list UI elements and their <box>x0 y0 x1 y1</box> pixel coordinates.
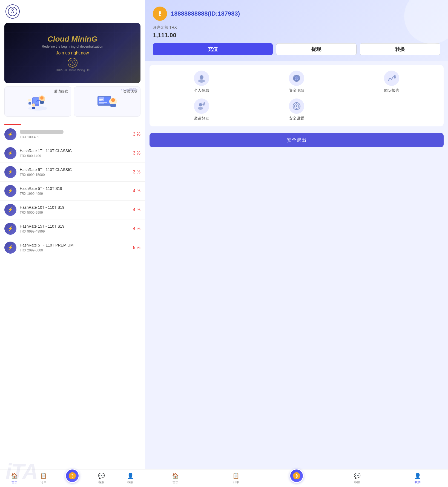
product-icon-2: ⚡ <box>4 166 16 178</box>
menu-item-invite[interactable]: + + 邀请好友 <box>188 98 215 121</box>
withdraw-button[interactable]: 提现 <box>276 43 357 55</box>
invite-friends-icon: + + <box>194 98 209 114</box>
menu-row-2: + + 邀请好友 <box>154 98 439 121</box>
user-info-row: ₿ 18888888888(ID:187983) <box>153 7 440 21</box>
right-nav-orders-label: 订单 <box>233 480 239 484</box>
home-icon: 🏠 <box>11 472 18 479</box>
product-info-2: HashRate 5T - 110T CLASSIC TRX 9999-1500… <box>20 167 133 177</box>
svg-rect-14 <box>28 102 31 105</box>
right-nav-mine-label: 我的 <box>415 480 421 484</box>
product-list: ⚡ TRX 100-499 3 % ⚡ HashRate 1T - 110T C… <box>0 125 145 257</box>
product-info-5: HashRate 15T - 110T S19 TRX 9999-49999 <box>20 224 133 233</box>
product-rate-5: 4 % <box>133 226 140 231</box>
promo-invite-label: 邀请好友 <box>54 89 68 94</box>
right-nav-center-btn[interactable]: ₿ <box>289 469 304 483</box>
right-service-icon: 💬 <box>354 472 361 479</box>
product-item-6[interactable]: ⚡ HashRate 5T - 110T PREMIUM TRX 2999-50… <box>0 238 145 257</box>
product-range-1: TRX 500-1499 <box>20 154 133 158</box>
menu-item-personal[interactable]: 个人信息 <box>188 71 215 93</box>
recharge-button[interactable]: 充值 <box>153 43 273 55</box>
security-icon <box>289 98 304 114</box>
menu-grid: 个人信息 资金明细 <box>150 65 444 126</box>
personal-info-icon <box>194 71 209 86</box>
right-nav-home[interactable]: 🏠 首页 <box>145 469 206 487</box>
svg-text:⚡: ⚡ <box>8 207 13 212</box>
banner-title: Cloud MininG <box>48 35 97 44</box>
promo-member-label: 会员说明 <box>123 89 137 94</box>
product-item-4[interactable]: ⚡ HashRate 10T - 110T S19 TRX 5000-9999 … <box>0 201 145 219</box>
left-nav-service-label: 客服 <box>98 480 104 484</box>
svg-text:⚡: ⚡ <box>8 169 13 175</box>
product-item-2[interactable]: ⚡ HashRate 5T - 110T CLASSIC TRX 9999-15… <box>0 163 145 182</box>
product-rate-1: 3 % <box>133 151 140 156</box>
product-rate-2: 3 % <box>133 170 140 175</box>
left-nav-mine-label: 我的 <box>127 480 133 484</box>
product-item-1[interactable]: ⚡ HashRate 1T - 110T CLASSIC TRX 500-149… <box>0 144 145 163</box>
product-rate-6: 5 % <box>133 245 140 250</box>
product-info-6: HashRate 5T - 110T PREMIUM TRX 2999-5000 <box>20 243 133 252</box>
team-report-icon <box>384 71 399 86</box>
product-name-hidden <box>20 130 64 134</box>
menu-personal-label: 个人信息 <box>194 88 209 93</box>
product-name-2: HashRate 5T - 110T CLASSIC <box>20 167 133 172</box>
svg-text:⚡: ⚡ <box>8 132 13 137</box>
svg-text:₿: ₿ <box>296 474 298 478</box>
product-rate-0: 3 % <box>133 132 140 137</box>
product-list-indicator <box>4 120 21 125</box>
product-item-3[interactable]: ⚡ HashRate 5T - 110T S19 TRX 1999-4999 4… <box>0 182 145 201</box>
left-nav-service[interactable]: 💬 客服 <box>87 469 116 487</box>
right-nav-orders[interactable]: 📋 订单 <box>206 469 266 487</box>
product-icon-3: ⚡ <box>4 185 16 197</box>
left-nav-home[interactable]: 🏠 首页 <box>0 469 29 487</box>
product-icon-6: ⚡ <box>4 242 16 254</box>
product-item-0[interactable]: ⚡ TRX 100-499 3 % <box>0 125 145 144</box>
left-panel: A Cloud MininG Redefine the beginning of… <box>0 0 145 487</box>
logout-button[interactable]: 安全退出 <box>150 133 444 147</box>
svg-text:⚡: ⚡ <box>8 226 13 231</box>
right-nav-mine[interactable]: 👤 我的 <box>387 469 448 487</box>
invite-illustration <box>27 92 49 111</box>
promo-card-member[interactable]: YYDS源码院 会员说明 <box>74 86 141 117</box>
promo-cards: 邀请好友 YYDS源码院 会员说明 <box>4 86 140 117</box>
left-nav-mine[interactable]: 👤 我的 <box>116 469 145 487</box>
right-nav-service[interactable]: 💬 客服 <box>327 469 387 487</box>
menu-security-label: 安全设置 <box>289 116 304 121</box>
left-bottom-nav: 🏠 首页 📋 订单 ₿ 💬 客服 👤 我的 <box>0 469 145 487</box>
menu-item-team[interactable]: 团队报告 <box>378 71 405 93</box>
product-info-4: HashRate 10T - 110T S19 TRX 5000-9999 <box>20 205 133 214</box>
product-info-1: HashRate 1T - 110T CLASSIC TRX 500-1499 <box>20 149 133 158</box>
product-range-4: TRX 5000-9999 <box>20 211 133 214</box>
right-orders-icon: 📋 <box>232 472 239 479</box>
left-nav-center[interactable]: ₿ <box>58 469 87 487</box>
left-nav-home-label: 首页 <box>12 480 18 484</box>
product-range-6: TRX 2999-5000 <box>20 248 133 252</box>
left-nav-center-btn[interactable]: ₿ <box>65 469 79 483</box>
svg-point-37 <box>198 79 205 83</box>
menu-team-label: 团队报告 <box>384 88 399 93</box>
left-nav-orders[interactable]: 📋 订单 <box>29 469 58 487</box>
mine-icon: 👤 <box>127 472 134 479</box>
product-range-0: TRX 100-499 <box>20 135 133 139</box>
product-item-5[interactable]: ⚡ HashRate 15T - 110T S19 TRX 9999-49999… <box>0 219 145 238</box>
svg-rect-24 <box>99 100 102 101</box>
svg-point-11 <box>32 103 35 107</box>
product-name-6: HashRate 5T - 110T PREMIUM <box>20 243 133 247</box>
right-header: ₿ 18888888888(ID:187983) 账户金额 TRX 1,111.… <box>145 0 448 61</box>
svg-text:⚡: ⚡ <box>8 188 13 193</box>
svg-point-21 <box>111 98 115 102</box>
product-range-3: TRX 1999-4999 <box>20 192 133 196</box>
product-info-3: HashRate 5T - 110T S19 TRX 1999-4999 <box>20 186 133 196</box>
menu-row-1: 个人信息 资金明细 <box>154 71 439 93</box>
right-nav-center[interactable]: ₿ <box>266 469 327 487</box>
banner-join: Join us right now <box>56 51 89 56</box>
svg-text:+: + <box>202 102 204 105</box>
product-icon-4: ⚡ <box>4 204 16 216</box>
svg-rect-7 <box>33 98 39 104</box>
svg-text:₿: ₿ <box>71 474 73 478</box>
product-rate-3: 4 % <box>133 189 140 193</box>
balance-amount: 1,111.00 <box>153 32 440 39</box>
menu-item-fund[interactable]: 资金明细 <box>283 71 310 93</box>
menu-item-security[interactable]: 安全设置 <box>283 98 310 121</box>
promo-card-invite[interactable]: 邀请好友 <box>4 86 71 117</box>
convert-button[interactable]: 转换 <box>360 43 440 55</box>
